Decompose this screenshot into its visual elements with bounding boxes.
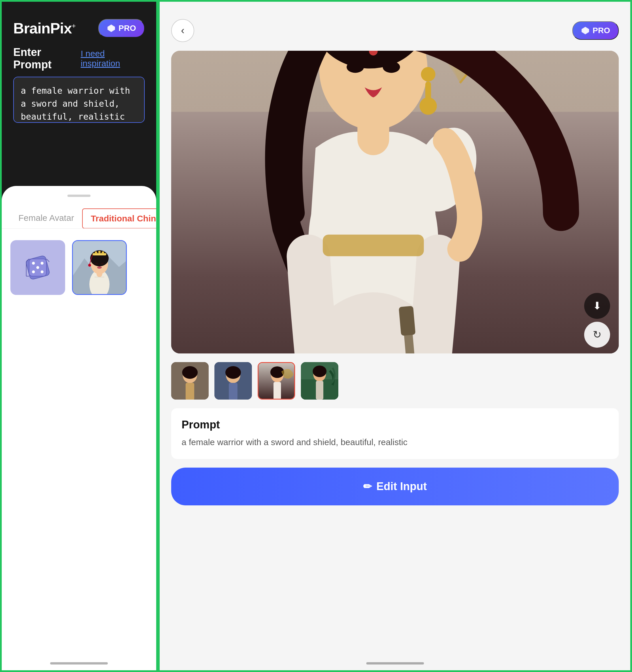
prompt-display-title: Prompt — [181, 418, 608, 431]
svg-point-27 — [97, 266, 102, 269]
right-panel: ‹ PRO — [158, 0, 632, 672]
thumbnail-1[interactable] — [171, 362, 209, 400]
brand-logo: BrainPix+ — [13, 20, 75, 37]
svg-point-4 — [32, 262, 35, 265]
svg-rect-73 — [273, 382, 281, 400]
svg-point-6 — [36, 266, 39, 269]
thumbnail-1-img — [171, 362, 209, 400]
bottom-sheet: Female Avatar Traditional Chinese Male A… — [2, 186, 156, 670]
prompt-display: Prompt a female warrior with a sword and… — [171, 408, 619, 459]
thumbnail-2[interactable] — [214, 362, 252, 400]
svg-point-26 — [101, 263, 104, 264]
thumbnail-4[interactable] — [301, 362, 338, 400]
svg-rect-19 — [93, 253, 106, 256]
refresh-button[interactable]: ↻ — [584, 322, 610, 348]
brand-name: BrainPix — [13, 20, 72, 37]
svg-point-55 — [347, 62, 364, 73]
prompt-display-text: a female warrior with a sword and shield… — [181, 436, 608, 449]
left-header: BrainPix+ PRO — [2, 2, 156, 46]
prompt-textarea[interactable]: a female warrior with a sword and shield… — [13, 77, 145, 123]
edit-icon: ✏ — [363, 481, 372, 493]
svg-point-25 — [95, 263, 98, 264]
svg-point-7 — [32, 270, 35, 273]
home-bar-right — [366, 662, 424, 665]
svg-point-56 — [383, 62, 400, 73]
style-card-chinese-lady[interactable] — [72, 240, 127, 295]
chinese-lady-thumbnail — [73, 241, 126, 294]
svg-point-20 — [95, 251, 97, 254]
left-panel: BrainPix+ PRO Enter Prompt I need inspir… — [0, 0, 158, 672]
edit-input-button[interactable]: ✏ Edit Input — [171, 467, 619, 505]
prompt-label: Enter Prompt — [13, 46, 81, 71]
pro-label-right: PRO — [592, 26, 610, 35]
svg-rect-65 — [186, 383, 194, 400]
back-button[interactable]: ‹ — [171, 19, 194, 42]
svg-point-5 — [41, 262, 44, 265]
svg-rect-69 — [229, 383, 238, 400]
svg-rect-61 — [398, 306, 416, 336]
thumbnail-3[interactable] — [258, 362, 295, 400]
svg-point-8 — [41, 270, 44, 273]
thumbnail-3-img — [259, 363, 295, 400]
inspiration-link[interactable]: I need inspiration — [81, 49, 145, 68]
svg-point-66 — [182, 366, 198, 379]
refresh-icon: ↻ — [593, 329, 602, 341]
svg-point-22 — [102, 251, 104, 254]
diamond-icon-left — [107, 24, 116, 32]
right-header: ‹ PRO — [160, 2, 630, 51]
svg-point-24 — [88, 264, 91, 267]
main-image-container: ⬇ ↻ — [171, 51, 619, 354]
thumbnail-4-img — [301, 362, 338, 400]
tab-traditional-chinese[interactable]: Traditional Chinese — [82, 209, 156, 229]
svg-point-70 — [225, 366, 241, 379]
prompt-section-left: Enter Prompt I need inspiration a female… — [2, 46, 156, 124]
thumbnail-row — [160, 354, 630, 408]
brand-sup: + — [72, 22, 75, 30]
download-button[interactable]: ⬇ — [584, 293, 610, 319]
prompt-label-row: Enter Prompt I need inspiration — [13, 46, 145, 71]
back-icon: ‹ — [181, 24, 185, 37]
svg-rect-78 — [316, 381, 323, 400]
tab-female-avatar[interactable]: Female Avatar — [10, 209, 82, 229]
home-bar-left — [50, 662, 108, 665]
svg-point-52 — [421, 67, 435, 81]
edit-input-label: Edit Input — [376, 480, 427, 493]
download-icon: ⬇ — [593, 300, 602, 312]
pro-button-right[interactable]: PRO — [572, 21, 619, 40]
svg-point-54 — [420, 97, 437, 115]
svg-rect-59 — [323, 235, 424, 256]
style-card-random[interactable] — [10, 240, 65, 295]
pro-button-left[interactable]: PRO — [98, 19, 145, 38]
dice-icon — [23, 253, 52, 282]
pro-label-left: PRO — [118, 24, 136, 33]
style-grid — [2, 240, 156, 295]
warrior-illustration — [171, 51, 619, 354]
diamond-icon-right — [581, 26, 590, 35]
sheet-tabs: Female Avatar Traditional Chinese Male A… — [2, 209, 156, 229]
thumbnail-2-img — [214, 362, 252, 400]
sheet-handle[interactable] — [68, 195, 91, 197]
svg-point-79 — [313, 365, 326, 377]
svg-point-21 — [98, 251, 101, 253]
